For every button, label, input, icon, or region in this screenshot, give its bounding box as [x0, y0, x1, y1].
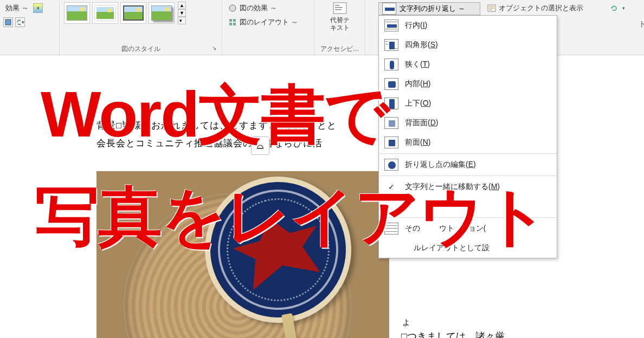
wrap-behind-label: 背面面(D) [405, 118, 438, 128]
wrap-topbottom-label: 上下(O) [405, 99, 431, 108]
styles-scroll-up[interactable]: ▲ [178, 2, 186, 9]
alt-text-icon [332, 2, 347, 14]
accessibility-label: アクセシビ… [320, 43, 359, 55]
svg-rect-9 [335, 9, 342, 10]
ribbon-overflow[interactable]: ト [639, 20, 644, 29]
selection-pane-label: オブジェクトの選択と表示 [499, 3, 583, 13]
compress-icon[interactable] [3, 17, 13, 27]
wrap-icon [382, 3, 396, 15]
picture-effects-button[interactable]: 図の効果 ～ [226, 2, 279, 14]
wrap-tight-item[interactable]: 狭く(T) [379, 55, 557, 74]
wrap-front-label: 前面(N) [405, 138, 430, 147]
alt-text-button[interactable]: 代替テ キスト [328, 1, 352, 31]
svg-point-1 [229, 5, 236, 11]
wrap-tight-label: 狭く(T) [405, 60, 430, 69]
style-thumb-1[interactable] [64, 2, 90, 24]
wrap-through-item[interactable]: 内部(H) [379, 74, 557, 94]
layout-icon [228, 17, 237, 27]
edit-wrap-icon [384, 159, 398, 171]
wrap-square-item[interactable]: 四角形(S) [379, 35, 557, 55]
recolor-icon[interactable]: ▾ [33, 3, 43, 13]
svg-rect-5 [233, 23, 236, 25]
rotate-icon [609, 3, 619, 13]
svg-rect-6 [333, 3, 346, 14]
svg-rect-2 [229, 19, 232, 22]
wrap-topbottom-item[interactable]: 上下(O) [379, 94, 557, 113]
styles-scroll-down[interactable]: ▼ [178, 9, 186, 17]
selection-pane-icon [487, 3, 497, 13]
wrap-inline-item[interactable]: 行内(I) [379, 16, 557, 35]
styles-more[interactable]: ▾ [178, 17, 186, 24]
wrap-square-icon [384, 39, 398, 51]
wrap-front-item[interactable]: 前面(N) [379, 133, 557, 152]
overlay-title-line1: Word文書で [41, 82, 389, 146]
wrap-text-label: 文字列の折り返し ～ [400, 4, 465, 14]
alt-text-label: 代替テ キスト [330, 16, 350, 32]
ribbon-group-alttext: 代替テ キスト アクセシビ… [314, 0, 365, 55]
doc-right-1: □つきましては、諸々厳 [401, 328, 505, 338]
svg-rect-8 [335, 7, 343, 8]
effects-button[interactable]: 効果 ～ [3, 2, 31, 14]
rotate-button[interactable]: ▾ [609, 3, 625, 13]
svg-rect-3 [233, 19, 236, 22]
wrap-behind-item[interactable]: 背面面(D) [379, 113, 557, 133]
picture-layout-button[interactable]: 図のレイアウト ～ [226, 16, 300, 28]
wrap-square-label: 四角形(S) [405, 40, 438, 50]
wrap-text-toggle[interactable]: 文字列の折り返し ～ [378, 2, 480, 15]
ribbon-group-styles: ▲ ▼ ▾ 図のスタイル ↘ [60, 0, 222, 55]
wrap-inline-label: 行内(I) [405, 21, 427, 30]
svg-rect-4 [229, 23, 232, 25]
ribbon-group-adjust: 効果 ～ ▾ ▾ [0, 0, 60, 55]
svg-rect-0 [5, 20, 11, 25]
styles-dialog-launcher[interactable]: ↘ [212, 45, 220, 53]
effects-label: 効果 ～ [5, 3, 29, 13]
style-thumb-3[interactable] [120, 2, 146, 24]
picture-effects-label: 図の効果 ～ [240, 3, 277, 13]
style-thumb-4[interactable] [149, 2, 175, 24]
selection-pane-button[interactable]: オブジェクトの選択と表示 [487, 3, 583, 13]
ribbon-group-picture-options: 図の効果 ～ 図のレイアウト ～ [222, 0, 314, 55]
style-thumb-2[interactable] [92, 2, 118, 24]
edit-wrap-points-item[interactable]: 折り返し点の編集(E) [379, 155, 557, 174]
picture-layout-label: 図のレイアウト ～ [240, 17, 298, 27]
styles-group-label: 図のスタイル [63, 43, 218, 55]
wrap-through-label: 内部(H) [405, 79, 430, 89]
svg-rect-7 [335, 5, 339, 6]
reset-icon[interactable]: ▾ [15, 17, 25, 27]
wrap-inline-icon [384, 20, 398, 31]
effects-icon [228, 3, 237, 13]
edit-wrap-label: 折り返し点の編集(E) [405, 160, 476, 170]
overlay-title-line2: 写真をレイアウト [35, 184, 548, 248]
wrap-tight-icon [384, 58, 398, 70]
